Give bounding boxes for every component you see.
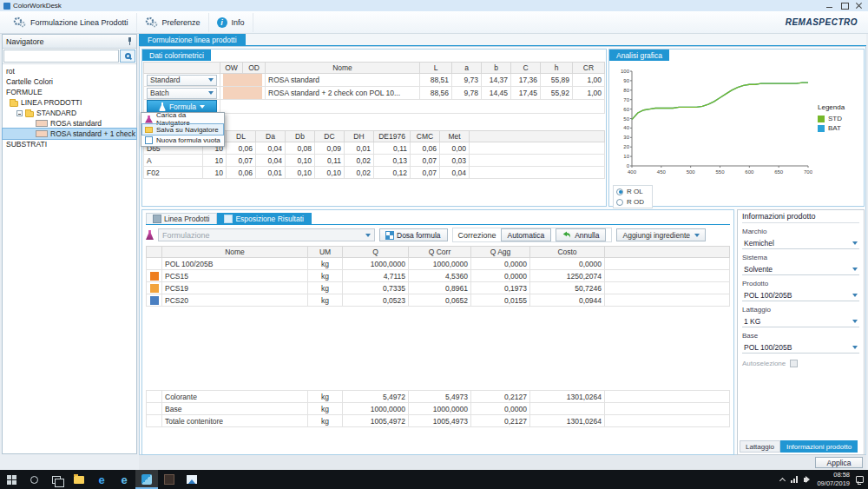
save-folder-icon xyxy=(145,127,153,133)
navigator-panel: Navigatore rot Cartelle Colori FORMULE L… xyxy=(2,34,137,454)
caret-down-icon xyxy=(200,105,205,109)
col-ow: OW xyxy=(220,63,243,74)
base-select[interactable]: POL 100/205B xyxy=(742,341,859,354)
tree-item-standard[interactable]: STANDARD xyxy=(3,108,136,118)
svg-text:650: 650 xyxy=(774,169,784,175)
autoselezione-checkbox[interactable] xyxy=(790,360,798,367)
colorworkdesk-icon xyxy=(141,474,152,485)
taskbar-colorworkdesk[interactable] xyxy=(135,470,158,489)
maximize-button[interactable] xyxy=(840,2,848,10)
tab-formulazione-linea-prodotti[interactable]: Formulazione linea prodotti xyxy=(139,34,246,46)
apply-button[interactable]: Applica xyxy=(815,457,863,468)
pin-icon[interactable] xyxy=(125,37,133,45)
dosa-formula-button[interactable]: Dosa formula xyxy=(379,228,448,241)
diff-row-a: A 10 0,07 0,04 0,10 0,11 0,02 0,13 0,07 … xyxy=(144,155,605,167)
caret-down-icon xyxy=(852,241,858,245)
tree-item-formule[interactable]: FORMULE xyxy=(3,87,136,97)
minimize-button[interactable] xyxy=(825,2,833,10)
sistema-select[interactable]: Solvente xyxy=(742,263,859,275)
gears-icon xyxy=(145,17,158,28)
product-info-panel: Informazioni prodotto Marchio Kemichel S… xyxy=(737,209,865,455)
network-icon[interactable] xyxy=(791,476,798,483)
tree-item-substrati[interactable]: SUBSTRATI xyxy=(3,139,136,149)
collapse-icon[interactable] xyxy=(16,110,23,116)
taskbar-app[interactable] xyxy=(158,470,181,489)
menu-item-nuova-formula-vuota[interactable]: Nuova formula vuota xyxy=(142,135,223,145)
clock-date: 09/07/2019 xyxy=(817,479,850,488)
radio-r-ol[interactable]: R OL xyxy=(616,188,649,195)
tree-item-cartelle-colori[interactable]: Cartelle Colori xyxy=(3,76,136,87)
field-sistema: Sistema Solvente xyxy=(742,254,859,275)
automatica-button[interactable]: Automatica xyxy=(501,228,552,241)
svg-text:40: 40 xyxy=(623,125,629,130)
ingredient-row[interactable]: PCS15 kg 4,7115 4,5360 0,0000 1250,2074 xyxy=(147,270,730,282)
notification-center-icon[interactable] xyxy=(856,476,864,483)
tree-item-linea-prodotti[interactable]: LINEA PRODOTTI xyxy=(3,97,136,108)
cortana-search-button[interactable] xyxy=(23,470,45,489)
ingredient-row[interactable]: PCS20 kg 0,0523 0,0652 0,0155 0,0944 xyxy=(147,294,730,307)
photos-icon xyxy=(187,475,197,484)
col-um: UM xyxy=(308,247,343,258)
legend-item-bat: BAT xyxy=(818,123,845,133)
col-a: a xyxy=(452,63,482,74)
bat-color-swatch xyxy=(818,125,825,132)
tab-dati-colorimetrici[interactable]: Dati colorimetrici xyxy=(142,50,211,61)
batch-selector[interactable]: Batch xyxy=(147,88,217,99)
taskbar-internet-explorer[interactable]: e xyxy=(113,470,135,489)
svg-text:400: 400 xyxy=(628,169,637,175)
close-button[interactable] xyxy=(855,2,863,10)
radio-selected-icon xyxy=(616,188,623,195)
formulazione-select[interactable]: Formulazione xyxy=(158,228,375,241)
menu-info[interactable]: i Info xyxy=(209,13,253,32)
taskbar-edge[interactable]: e xyxy=(90,470,113,489)
aggiungi-ingrediente-select[interactable]: Aggiungi ingrediente xyxy=(616,228,706,241)
taskbar-photos[interactable] xyxy=(181,470,203,489)
lattaggio-select[interactable]: 1 KG xyxy=(742,315,859,327)
results-tabstrip: Linea Prodotti Esposizione Risultati xyxy=(146,213,730,225)
menu-item-carica-da-navigatore[interactable]: Carica da Navigatore xyxy=(142,114,223,124)
tab-esposizione-risultati[interactable]: Esposizione Risultati xyxy=(217,213,311,224)
colorimetric-panel: Dati colorimetrici OW OD Nome L a b xyxy=(141,49,607,207)
col-CMC: CMC xyxy=(411,131,440,142)
tab-lattaggio[interactable]: Lattaggio xyxy=(740,440,780,453)
task-view-button[interactable] xyxy=(45,470,68,489)
radio-r-od[interactable]: R OD xyxy=(616,198,649,206)
speaker-icon[interactable] xyxy=(804,478,807,482)
col-b: b xyxy=(482,63,511,74)
tab-analisi-grafica[interactable]: Analisi grafica xyxy=(609,50,669,61)
annulla-button[interactable]: Annulla xyxy=(556,228,606,241)
tab-linea-prodotti[interactable]: Linea Prodotti xyxy=(146,213,217,224)
standard-selector[interactable]: Standard xyxy=(147,75,217,86)
caret-down-icon xyxy=(365,234,371,237)
chevron-up-icon[interactable] xyxy=(779,477,786,483)
menu-formulazione-linea-prodotti[interactable]: Formulazione Linea Prodotti xyxy=(5,13,137,32)
tree-item-rosa-standard-check[interactable]: ROSA standard + 1 check con POL 100/205B xyxy=(3,129,136,139)
tree-item-rot[interactable]: rot xyxy=(3,66,136,76)
col-q: Q xyxy=(343,247,409,258)
menu-item-salva-su-navigatore[interactable]: Salva su Navigatore xyxy=(142,124,223,135)
menu-preferenze[interactable]: Preferenze xyxy=(137,13,209,32)
prodotto-select[interactable]: POL 100/205B xyxy=(742,289,859,301)
col-C: C xyxy=(511,63,541,74)
tab-informazioni-prodotto[interactable]: Informazioni prodotto xyxy=(780,440,858,453)
spectral-chart: 0102030405060708090100400450500550600650… xyxy=(613,67,812,178)
results-panel: Linea Prodotti Esposizione Risultati For… xyxy=(141,209,734,455)
brand-logo: REMASPECTRO xyxy=(786,17,863,27)
taskbar-file-explorer[interactable] xyxy=(68,470,90,489)
autoselezione-field: Autoselezione xyxy=(742,360,798,367)
window-title: ColorWorkDesk xyxy=(13,2,62,10)
ingredient-row[interactable]: PCS19 kg 0,7335 0,8961 0,1973 50,7246 xyxy=(147,282,730,294)
batch-row: Batch ROSA standard + 2 check con POL 10… xyxy=(144,87,605,100)
taskbar: e e 08:58 09/07/2019 xyxy=(0,470,868,489)
start-button[interactable] xyxy=(0,470,23,489)
marchio-select[interactable]: Kemichel xyxy=(742,237,859,249)
svg-text:100: 100 xyxy=(621,69,630,74)
field-prodotto: Prodotto POL 100/205B xyxy=(742,280,859,301)
tree-item-rosa-standard[interactable]: ROSA standard xyxy=(3,118,136,129)
batch-color-swatch xyxy=(223,87,262,99)
search-input[interactable] xyxy=(3,50,119,63)
ingredient-row[interactable]: POL 100/205B kg 1000,0000 1000,0000 0,00… xyxy=(147,258,730,270)
search-button[interactable] xyxy=(120,50,135,63)
svg-text:90: 90 xyxy=(623,78,629,83)
taskbar-clock[interactable]: 08:58 09/07/2019 xyxy=(817,471,850,488)
